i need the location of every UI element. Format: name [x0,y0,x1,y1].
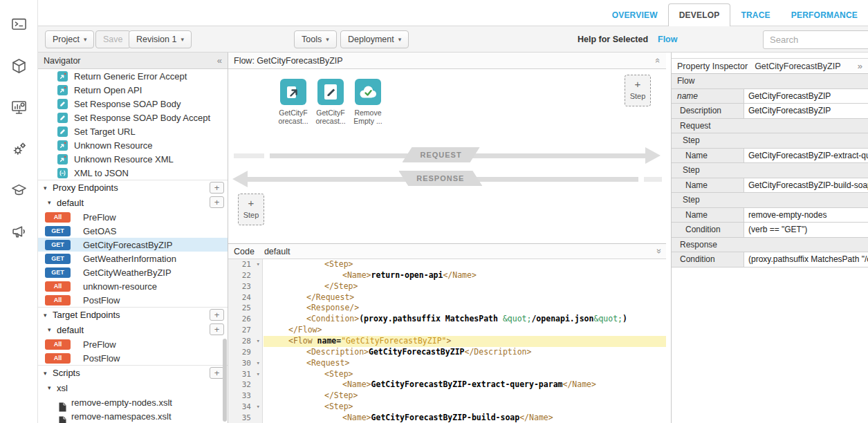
project-menu-button[interactable]: Project▾ [45,30,94,48]
file-item[interactable]: remove-namespaces.xslt [38,409,228,423]
flow-item-unknown-resource[interactable]: Allunknown-resource [38,279,228,293]
add-button[interactable]: + [210,196,224,208]
disclosure-triangle-icon[interactable]: ▾ [48,199,51,206]
property-label: name [672,89,744,104]
file-item[interactable]: remove-empty-nodes.xslt [38,395,228,409]
property-label: Description [672,104,744,118]
terminal-rail-button[interactable] [0,10,38,41]
fold-arrow-icon[interactable]: ▾ [257,402,260,413]
code-editor[interactable]: 21▾<Step>22<Name>return-open-api</Name>2… [228,259,666,423]
tab-performance[interactable]: PERFORMANCE [781,4,868,26]
navigator-collapse-icon[interactable]: « [217,55,222,66]
announcements-rail-button[interactable] [0,217,38,249]
plus-icon: + [239,197,264,209]
code-line[interactable]: 26<Condition>(proxy.pathsuffix MatchesPa… [228,314,666,325]
property-row: NameGetCityForecastByZIP-build-soap [672,178,868,194]
code-line[interactable]: 28▾<Flow name="GetCityForecastByZIP"> [228,336,666,347]
policy-label: Return Generic Error Accept [74,71,187,82]
fold-arrow-icon[interactable]: ▾ [257,369,260,380]
flow-item-getcityforecastbyzip[interactable]: GETGetCityForecastByZIP [38,238,228,252]
policy-item[interactable]: Return Open API [38,83,228,97]
code-line[interactable]: 33</Step> [228,391,666,402]
tools-menu-button[interactable]: Tools▾ [294,30,337,48]
navigator-scrollbar[interactable] [223,339,227,422]
group-default[interactable]: ▾default+ [38,322,228,337]
flow-item-preflow[interactable]: AllPreFlow [38,337,228,351]
add-button[interactable]: + [210,323,224,335]
policy-item[interactable]: Set Target URL [38,124,228,138]
admin-gear-rail-button[interactable] [0,134,38,166]
line-number: 26 [228,314,263,325]
flow-item-postflow[interactable]: AllPostFlow [38,293,228,307]
disclosure-triangle-icon[interactable]: ▾ [44,185,47,191]
tab-develop[interactable]: DEVELOP [668,3,731,26]
add-button[interactable]: + [210,367,224,379]
save-button[interactable]: Save [95,30,131,48]
flow-item-postflow[interactable]: AllPostFlow [38,351,228,365]
add-button[interactable]: + [210,309,224,321]
line-number: 31▾ [228,369,263,380]
tab-trace[interactable]: TRACE [730,4,780,26]
code-line[interactable]: 29<Description>GetCityForecastByZIP</Des… [228,347,666,358]
code-line[interactable]: 35<Name>GetCityForecastByZIP-build-soap<… [228,413,666,423]
policy-item[interactable]: Set Response SOAP Body [38,97,228,111]
policy-item[interactable]: Unknown Resource XML [38,152,228,166]
package-icon [10,57,28,78]
flow-collapse-icon[interactable]: « [653,58,663,63]
property-value[interactable]: GetCityForecastByZIP [744,89,868,104]
code-line[interactable]: 34▾<Step> [228,402,666,413]
policy-item[interactable]: Return Generic Error Accept [38,69,228,83]
section-scripts[interactable]: ▾Scripts+ [38,365,228,380]
code-line[interactable]: 22<Name>return-open-api</Name> [228,270,666,281]
property-value[interactable]: (proxy.pathsuffix MatchesPath "/c [744,252,868,267]
learn-rail-button[interactable] [0,176,38,207]
help-flow-link[interactable]: Flow [658,35,677,44]
code-line[interactable]: 27</Flow> [228,325,666,336]
code-line[interactable]: 30▾<Request> [228,358,666,369]
policy-item[interactable]: Set Response SOAP Body Accept [38,111,228,124]
property-value[interactable]: (verb == "GET") [744,223,868,237]
tab-overview[interactable]: OVERVIEW [602,4,668,26]
search-input[interactable] [763,30,868,49]
package-rail-button[interactable] [0,51,38,83]
flow-step[interactable]: GetCityForecast... [278,79,308,125]
deployment-menu-button[interactable]: Deployment▾ [340,30,409,48]
disclosure-triangle-icon[interactable]: ▾ [44,312,47,319]
group-xsl[interactable]: ▾xsl [38,380,228,395]
disclosure-triangle-icon[interactable]: ▾ [48,384,51,391]
code-collapse-icon[interactable]: « [653,249,663,254]
analytics-rail-button[interactable] [0,93,38,124]
code-line[interactable]: 25<Response/> [228,303,666,314]
group-default[interactable]: ▾default+ [38,195,228,210]
flow-item-getoas[interactable]: GETGetOAS [38,224,228,238]
revision-menu-button[interactable]: Revision 1▾ [129,30,192,48]
disclosure-triangle-icon[interactable]: ▾ [48,326,51,333]
disclosure-triangle-icon[interactable]: ▾ [44,370,47,377]
flow-step[interactable]: GetCityForecast... [315,79,346,125]
fold-arrow-icon[interactable]: ▾ [257,336,260,347]
code-line[interactable]: 21▾<Step> [228,259,666,270]
add-step-button[interactable]: + Step [625,75,651,106]
flow-item-getcityweatherbyzip[interactable]: GETGetCityWeatherByZIP [38,265,228,279]
property-value[interactable]: GetCityForecastByZIP [744,104,868,118]
code-line[interactable]: 31▾<Step> [228,369,666,380]
policy-label: Unknown Resource [74,140,152,151]
flow-item-preflow[interactable]: AllPreFlow [38,210,228,224]
code-line[interactable]: 23</Step> [228,281,666,292]
property-value[interactable]: GetCityForecastByZIP-build-soap [744,178,868,193]
inspector-collapse-icon[interactable]: » [858,61,862,71]
flow-step[interactable]: RemoveEmpty ... [353,79,383,125]
policy-item[interactable]: XML to JSON [38,166,228,180]
fold-arrow-icon[interactable]: ▾ [257,358,260,369]
section-proxy-endpoints[interactable]: ▾Proxy Endpoints+ [38,180,228,195]
property-value[interactable]: GetCityForecastByZIP-extract-query-param [744,149,868,163]
property-value[interactable]: remove-empty-nodes [744,208,868,223]
policy-item[interactable]: Unknown Resource [38,138,228,152]
fold-arrow-icon[interactable]: ▾ [257,259,260,270]
add-step-button[interactable]: + Step [238,194,264,225]
code-line[interactable]: 24</Request> [228,292,666,303]
section-target-endpoints[interactable]: ▾Target Endpoints+ [38,307,228,322]
add-button[interactable]: + [210,182,224,194]
code-line[interactable]: 32<Name>GetCityForecastByZIP-extract-que… [228,379,666,391]
flow-item-getweatherinformation[interactable]: GETGetWeatherInformation [38,252,228,265]
